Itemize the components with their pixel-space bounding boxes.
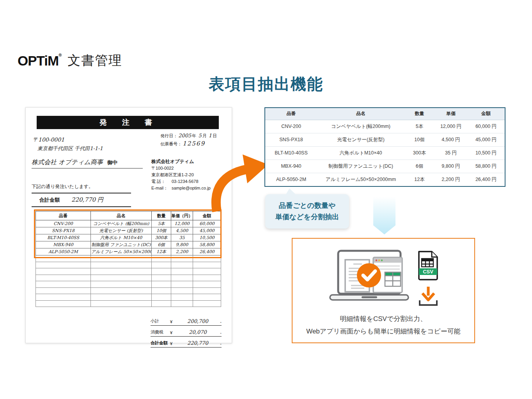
recipient-name-line: 株式会社 オプティム商事 御中 xyxy=(32,158,143,168)
flow-down-arrow-icon xyxy=(373,197,395,234)
column-header: 品名 xyxy=(91,211,152,220)
slide: OPTiM® 文書管理 表項目抽出機能 発 注 書 発行日：2005年 5月 1… xyxy=(0,0,532,399)
empty-row xyxy=(36,300,221,307)
issue-date: 発行日：2005年 5月 1日 xyxy=(160,132,217,140)
table-row: CNV-200コンベヤベルト(幅200mm)5本12,000 円60,000 円 xyxy=(265,120,505,133)
column-header: 品名 xyxy=(317,108,404,120)
issue-info: 発行日：2005年 5月 1日 伝票番号：12569 xyxy=(160,132,217,148)
order-table-body: CNV-200コンベヤベルト (幅200mm)5本12,00060,000SNS… xyxy=(36,220,221,255)
csv-file-icon: CSV xyxy=(416,250,439,281)
product-name: 文書管理 xyxy=(67,54,122,67)
caption-line1: 明細情報をCSVで分割出力、 xyxy=(293,313,474,325)
column-header: 品番 xyxy=(36,211,91,220)
sender-address: 東京都港区芝浦1-2-20 xyxy=(151,172,211,178)
column-header: 単価（円） xyxy=(171,211,193,220)
empty-row xyxy=(36,287,221,294)
table-row: MBX-940制御盤用 ファンユニット(DC)6個9,80058,800 xyxy=(36,241,221,248)
total-amount-band: 合計金額 220,770 円 xyxy=(32,193,131,207)
extracted-table-header: 品番品名数量単価金額 xyxy=(265,108,505,120)
svg-text:CSV: CSV xyxy=(423,269,433,275)
recipient-address: 東京都千代田区 千代田1-1-1 xyxy=(37,145,103,152)
extract-arrow-icon xyxy=(210,153,268,213)
extracted-table: 品番品名数量単価金額 CNV-200コンベヤベルト(幅200mm)5本12,00… xyxy=(265,108,505,186)
empty-row xyxy=(36,275,221,281)
callout-line2: 単価などを分割抽出 xyxy=(265,211,349,223)
download-icon xyxy=(417,286,439,307)
subtotal-row: 小計¥ 200,700- xyxy=(151,317,222,326)
tax-row: 消費税¥ 20,070- xyxy=(151,328,222,337)
order-items-table: 品番品名数量単価（円）金額 CNV-200コンベヤベルト (幅200mm)5本1… xyxy=(35,211,221,307)
empty-row xyxy=(36,268,221,275)
empty-row xyxy=(36,281,221,288)
column-header: 単価 xyxy=(434,108,467,120)
page-title: 表項目抽出機能 xyxy=(0,73,532,95)
laptop-icon xyxy=(329,250,409,301)
table-row: MBX-940制御盤用ファンユニット(DC)6個9,800 円58,800 円 xyxy=(265,160,505,173)
empty-row xyxy=(36,255,221,262)
panel-caption: 明細情報をCSVで分割出力、 Webアプリ画面からも簡単に明細情報をコピー可能 xyxy=(293,313,474,338)
table-row: SNS-PX18光電センサー(反射型)10個4,500 円45,000 円 xyxy=(265,133,505,146)
table-row: CNV-200コンベヤベルト (幅200mm)5本12,00060,000 xyxy=(36,220,221,227)
column-header: 金額 xyxy=(467,108,505,120)
honorific: 御中 xyxy=(107,160,117,165)
table-row: SNS-PX18光電センサー (反射型)10個4,50045,000 xyxy=(36,227,221,234)
order-note: 下記の通り発注いたします。 xyxy=(32,183,93,190)
column-header: 数量 xyxy=(404,108,434,120)
grand-total-row: 合計金額¥ 220,770- xyxy=(151,339,222,348)
sender-tel: 電 話：03-1234-5678 xyxy=(151,178,211,185)
brand-logo: OPTiM® 文書管理 xyxy=(18,54,122,67)
empty-row xyxy=(36,294,221,301)
column-header: 品番 xyxy=(265,108,317,120)
order-table-header: 品番品名数量単価（円）金額 xyxy=(36,211,221,220)
sender-block: 株式会社オプティム 〒100-0022 東京都港区芝浦1-2-20 電 話：03… xyxy=(151,158,211,192)
extracted-table-body: CNV-200コンベヤベルト(幅200mm)5本12,000 円60,000 円… xyxy=(265,120,505,186)
sender-postal: 〒100-0022 xyxy=(151,165,211,172)
slip-number: 伝票番号：12569 xyxy=(160,140,217,148)
order-table-empty-body xyxy=(36,255,221,307)
empty-row xyxy=(36,262,221,268)
extracted-table-panel: 品番品名数量単価金額 CNV-200コンベヤベルト(幅200mm)5本12,00… xyxy=(264,107,505,187)
recipient-postal: 〒100-0001 xyxy=(33,137,64,144)
table-row: ALP-5050-2Mアルミフレーム 50×50×2000mm12本2,2002… xyxy=(36,248,221,255)
table-row: BLT-M10-40SS六角ボルトM10×40300本35 円10,500 円 xyxy=(265,146,505,160)
optim-logo: OPTiM® xyxy=(18,54,61,67)
document-banner: 発 注 書 xyxy=(37,116,219,129)
csv-output-panel: CSV 明細情報をCSVで分割出力、 Webアプリ画面からも簡単に明細情報をコピ… xyxy=(292,238,475,343)
sender-company: 株式会社オプティム xyxy=(151,158,211,165)
table-row: BLT-M10-40SS六角ボルト M10×40300本3510,500 xyxy=(36,234,221,241)
callout-bubble: 品番ごとの数量や 単価などを分割抽出 xyxy=(265,194,349,229)
callout-line1: 品番ごとの数量や xyxy=(265,200,349,211)
column-header: 数量 xyxy=(152,211,171,220)
sender-email: E-mail：sample@optim.co.jp xyxy=(151,185,211,192)
caption-line2: Webアプリ画面からも簡単に明細情報をコピー可能 xyxy=(293,325,474,338)
registered-mark: ® xyxy=(59,53,61,57)
totals-block: 小計¥ 200,700- 消費税¥ 20,070- 合計金額¥ 220,770- xyxy=(151,315,222,348)
scanned-order-document: 発 注 書 発行日：2005年 5月 1日 伝票番号：12569 〒100-00… xyxy=(25,107,232,343)
table-row: ALP-5050-2Mアルミフレーム50×50×2000mm12本2,200 円… xyxy=(265,173,505,186)
